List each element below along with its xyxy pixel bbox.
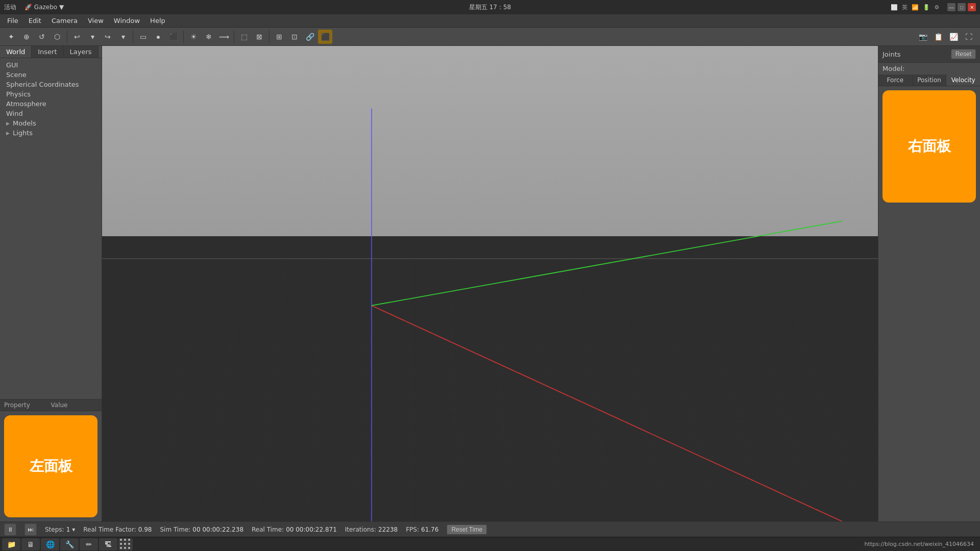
property-header: Property Value: [0, 399, 102, 411]
select-tool-button[interactable]: ✦: [4, 30, 18, 44]
property-col-name: Property: [4, 402, 51, 409]
taskbar: 📁 🖥 🌐 🔧 ✏ 🏗 https://blog.csdn.net/weixin…: [0, 537, 980, 551]
tree-item-atmosphere[interactable]: Atmosphere: [0, 99, 102, 109]
app-gazebo[interactable]: 🏗: [99, 538, 117, 550]
app-terminal[interactable]: 🖥: [21, 538, 40, 550]
tab-insert[interactable]: Insert: [32, 46, 63, 58]
app-files[interactable]: 📁: [2, 538, 20, 550]
steps-dropdown[interactable]: ▾: [72, 526, 75, 533]
toolbar-sep-2: [133, 31, 133, 43]
property-area: Property Value 左面板: [0, 399, 102, 521]
redo-dropdown-button[interactable]: ▾: [116, 30, 130, 44]
iterations-label: Iterations:: [345, 526, 376, 533]
tab-layers[interactable]: Layers: [64, 46, 99, 58]
box-button[interactable]: ▭: [136, 30, 150, 44]
steps-label: Steps:: [45, 526, 64, 533]
status-bar: ⏸ ⏭ Steps: 1 ▾ Real Time Factor: 0.98 Si…: [0, 521, 980, 537]
sky: [102, 46, 878, 260]
maximize-button[interactable]: □: [958, 3, 966, 11]
scale-tool-button[interactable]: ⬡: [50, 30, 64, 44]
left-panel: World Insert Layers GUI Scene Spherical …: [0, 46, 102, 521]
tree-item-wind[interactable]: Wind: [0, 109, 102, 118]
align-button[interactable]: ⊞: [272, 30, 286, 44]
right-panel-orange-label: 右面板: [908, 137, 951, 156]
spot-light-button[interactable]: ❄: [202, 30, 216, 44]
realtime-value: 00 00:00:22.871: [286, 526, 337, 533]
menu-help[interactable]: Help: [145, 16, 170, 26]
copy-button[interactable]: ⬚: [237, 30, 251, 44]
paste-button[interactable]: ⊠: [252, 30, 266, 44]
toolbar-right: 📷 📋 📈 ⛶: [916, 30, 976, 44]
toolbar-sep-1: [67, 31, 67, 43]
rotate-tool-button[interactable]: ↺: [35, 30, 49, 44]
menu-view[interactable]: View: [83, 16, 109, 26]
app-name-label: 🚀 Gazebo ▼: [24, 4, 64, 11]
fps-value: 61.76: [421, 526, 438, 533]
title-bar-left: 活动 🚀 Gazebo ▼: [4, 3, 64, 12]
title-bar-right: ⬜ 英 📶 🔋 ⚙ — □ ✕: [891, 3, 976, 11]
joints-title: Joints: [883, 51, 901, 58]
steps-item: Steps: 1 ▾: [45, 526, 75, 533]
joint-button[interactable]: 🔗: [303, 30, 317, 44]
plot-button[interactable]: 📈: [946, 30, 961, 44]
minimize-button[interactable]: —: [947, 3, 955, 11]
tab-force[interactable]: Force: [878, 74, 913, 86]
pause-button[interactable]: ⏸: [4, 523, 16, 536]
ide-icon: 🔧: [64, 539, 75, 549]
app-grid-button[interactable]: [118, 538, 133, 550]
iterations-value: 22238: [378, 526, 398, 533]
tree-item-lights[interactable]: Lights: [0, 128, 102, 138]
model-label: Model:: [883, 65, 904, 72]
log-button[interactable]: 📋: [931, 30, 945, 44]
toolbar-sep-3: [183, 31, 184, 43]
window-title: 星期五 17：58: [469, 3, 511, 12]
menu-file[interactable]: File: [2, 16, 23, 26]
point-light-button[interactable]: ☀: [186, 30, 201, 44]
tree-item-scene[interactable]: Scene: [0, 70, 102, 80]
monitor-icon: ⬜: [891, 4, 898, 11]
main-layout: World Insert Layers GUI Scene Spherical …: [0, 46, 980, 521]
tree-item-models[interactable]: Models: [0, 118, 102, 128]
simtime-label: Sim Time:: [160, 526, 190, 533]
terminal-icon: 🖥: [26, 539, 36, 549]
menu-edit[interactable]: Edit: [23, 16, 46, 26]
window-controls[interactable]: — □ ✕: [947, 3, 976, 11]
battery-icon: 🔋: [923, 4, 930, 11]
record-button[interactable]: ⬛: [318, 30, 332, 44]
tree-item-gui[interactable]: GUI: [0, 60, 102, 70]
tree-item-physics[interactable]: Physics: [0, 89, 102, 99]
fps-label: FPS:: [406, 526, 419, 533]
app-ide[interactable]: 🔧: [60, 538, 79, 550]
steps-value: 1: [66, 526, 70, 533]
tree-item-spherical[interactable]: Spherical Coordinates: [0, 80, 102, 89]
tab-velocity[interactable]: Velocity: [946, 74, 980, 86]
tab-world[interactable]: World: [0, 46, 32, 58]
rtf-label: Real Time Factor:: [83, 526, 136, 533]
screenshot-button[interactable]: 📷: [916, 30, 930, 44]
undo-button[interactable]: ↩: [70, 30, 84, 44]
tab-position[interactable]: Position: [913, 74, 947, 86]
left-panel-orange: 左面板: [4, 415, 97, 517]
menu-camera[interactable]: Camera: [46, 16, 83, 26]
tree-area: GUI Scene Spherical Coordinates Physics …: [0, 58, 102, 399]
dir-light-button[interactable]: ⟿: [217, 30, 231, 44]
files-icon: 📁: [6, 539, 16, 549]
menu-window[interactable]: Window: [109, 16, 145, 26]
left-panel-tabs: World Insert Layers: [0, 46, 102, 58]
translate-tool-button[interactable]: ⊕: [19, 30, 34, 44]
undo-dropdown-button[interactable]: ▾: [85, 30, 100, 44]
sphere-button[interactable]: ●: [151, 30, 165, 44]
cylinder-button[interactable]: ⬛: [166, 30, 181, 44]
step-button[interactable]: ⏭: [24, 523, 37, 536]
reset-time-button[interactable]: Reset Time: [447, 524, 487, 535]
app-browser[interactable]: 🌐: [41, 538, 59, 550]
app-editor[interactable]: ✏: [80, 538, 98, 550]
redo-button[interactable]: ↪: [101, 30, 115, 44]
iterations-item: Iterations: 22238: [345, 526, 398, 533]
viewport[interactable]: [102, 46, 878, 521]
joints-reset-button[interactable]: Reset: [951, 49, 976, 59]
close-button[interactable]: ✕: [968, 3, 976, 11]
snap-button[interactable]: ⊡: [287, 30, 302, 44]
realtime-item: Real Time: 00 00:00:22.871: [252, 526, 337, 533]
fullscreen-button[interactable]: ⛶: [962, 30, 976, 44]
